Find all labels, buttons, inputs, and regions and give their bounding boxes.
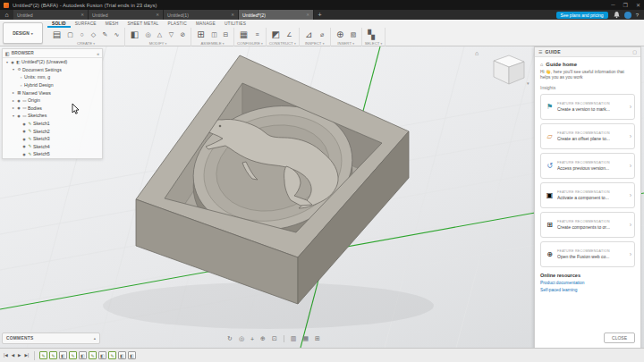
insert-tool-icon[interactable]: ⊕ (334, 29, 347, 41)
timeline-feature-sketch-icon[interactable]: ✎ (49, 351, 57, 359)
dock-panel-icon[interactable]: ▢ (632, 49, 637, 55)
viewcube-menu-icon[interactable]: ▾ (527, 80, 530, 86)
modify-tool-icon[interactable]: ⊘ (178, 29, 188, 39)
sketch-tool-icon[interactable]: ✎ (100, 29, 110, 39)
modify-tool-icon[interactable]: ◎ (143, 29, 153, 39)
fit-icon[interactable]: ⊡ (272, 335, 277, 342)
browser-row-bodies[interactable]: ▸ ◉ ▭ Bodies (3, 105, 102, 113)
construct-tool-icon[interactable]: ∠ (284, 29, 294, 39)
help-button[interactable]: ? (636, 13, 639, 18)
timeline-play-icon[interactable]: ▶ (17, 353, 21, 358)
viewports-icon[interactable]: ⊞ (315, 335, 320, 342)
browser-row-sketch[interactable]: ◉ ✎ Sketch5 (3, 150, 102, 158)
timeline-feature-sketch-icon[interactable]: ✎ (89, 351, 97, 359)
timeline-feature-extrude-icon[interactable]: ◧ (118, 351, 126, 359)
chevron-right-icon[interactable]: › (630, 222, 631, 228)
tab-sheet-metal[interactable]: SHEET METAL (123, 20, 163, 28)
pan-icon[interactable]: + (250, 336, 254, 342)
modify-tool-icon[interactable]: ◧ (128, 29, 141, 41)
self-paced-learning-link[interactable]: Self-paced learning (540, 288, 635, 292)
tab-utilities[interactable]: UTILITIES (220, 20, 250, 28)
menu-icon[interactable]: ☰ (538, 49, 542, 55)
timeline-feature-extrude-icon[interactable]: ◧ (79, 351, 87, 359)
modify-tool-icon[interactable]: ▽ (166, 29, 176, 39)
document-tab[interactable]: Untitled(1) ✕ (164, 10, 239, 20)
timeline-feature-sketch-icon[interactable]: ✎ (69, 351, 77, 359)
document-tab-active[interactable]: Untitled*(2) ✕ (239, 10, 314, 20)
new-document-button[interactable]: + (314, 12, 326, 18)
create-tool-icon[interactable]: ▢ (65, 29, 75, 39)
insert-tool-icon[interactable]: ▧ (349, 29, 359, 39)
timeline-feature-extrude-icon[interactable]: ◧ (98, 351, 106, 359)
notifications-bell-icon[interactable] (613, 11, 621, 19)
tab-solid[interactable]: SOLID (47, 20, 71, 28)
new-solid-tool-icon[interactable]: ▤ (50, 29, 64, 41)
assemble-tool-icon[interactable]: ◫ (209, 29, 219, 39)
browser-row-sketch[interactable]: ◉ ✎ Sketch4 (3, 143, 102, 151)
expand-up-icon[interactable]: ▴ (94, 336, 96, 341)
maximize-button[interactable]: ❐ (623, 2, 628, 8)
tab-manage[interactable]: MANAGE (191, 20, 220, 28)
caret-down-icon[interactable]: ▾ (165, 42, 167, 46)
recommendation-card[interactable]: ↺ FEATURE RECOMMENDATION Access previous… (540, 153, 635, 179)
zoom-icon[interactable]: ⊕ (260, 335, 266, 342)
timeline-skip-start-icon[interactable]: |◀ (3, 353, 9, 358)
chevron-right-icon[interactable]: › (630, 133, 631, 139)
timeline-feature-sketch-icon[interactable]: ✎ (39, 351, 47, 359)
document-tab[interactable]: Untitled ✕ (13, 10, 89, 20)
inspect-tool-icon[interactable]: ⌀ (318, 29, 327, 39)
timeline-feature-extrude-icon[interactable]: ◧ (128, 351, 136, 359)
comments-bar[interactable]: COMMENTS ▴ (2, 333, 100, 344)
browser-row-sketch[interactable]: ◉ ✎ Sketch1 (3, 120, 102, 128)
tab-mesh[interactable]: MESH (101, 20, 123, 28)
user-avatar[interactable] (624, 12, 631, 19)
tab-close-icon[interactable]: ✕ (153, 13, 159, 17)
configure-tool-icon[interactable]: ≡ (252, 29, 262, 39)
caret-down-icon[interactable]: ▾ (294, 42, 296, 46)
browser-row-origin[interactable]: ▸ ◉ ▭ Origin (3, 97, 102, 105)
tab-close-icon[interactable]: ✕ (78, 13, 84, 17)
timeline-skip-end-icon[interactable]: ▶| (24, 353, 30, 358)
chevron-right-icon[interactable]: › (630, 104, 631, 110)
minimize-button[interactable]: ─ (611, 2, 614, 8)
look-at-icon[interactable]: ◎ (239, 335, 244, 342)
select-tool-icon[interactable]: ▚ (365, 29, 378, 41)
create-tool-icon[interactable]: ○ (77, 29, 87, 39)
caret-down-icon[interactable]: ▾ (261, 42, 263, 46)
construct-tool-icon[interactable]: ◩ (269, 29, 283, 41)
tab-plastic[interactable]: PLASTIC (163, 20, 191, 28)
browser-row-named-views[interactable]: ▸ ▦ Named Views (3, 88, 102, 97)
assemble-tool-icon[interactable]: ⊞ (194, 29, 208, 41)
viewcube[interactable] (485, 48, 533, 93)
chevron-right-icon[interactable]: › (630, 192, 631, 198)
grid-settings-icon[interactable]: ▦ (302, 335, 309, 342)
create-tool-icon[interactable]: ◇ (89, 29, 98, 39)
timeline-feature-extrude-icon[interactable]: ◧ (59, 351, 67, 359)
modify-tool-icon[interactable]: △ (155, 29, 165, 39)
file-home-button[interactable]: ⌂ (0, 10, 13, 20)
browser-root-row[interactable]: ▾ ◉ ◧ Untitled*(2) (Unsaved) (3, 58, 102, 66)
caret-down-icon[interactable]: ▾ (352, 42, 354, 46)
browser-row-sketch[interactable]: ◉ ✎ Sketch3 (3, 135, 102, 143)
tab-close-icon[interactable]: ✕ (228, 13, 234, 17)
timeline-feature-sketch-icon[interactable]: ✎ (108, 351, 116, 359)
caret-down-icon[interactable]: ▾ (323, 42, 325, 46)
recommendation-card[interactable]: ⊕ FEATURE RECOMMENDATION Open the Fusion… (540, 241, 635, 267)
assemble-tool-icon[interactable]: ⊟ (221, 29, 231, 39)
chevron-right-icon[interactable]: › (630, 251, 631, 257)
document-tab[interactable]: Untitled ✕ (89, 10, 164, 20)
recommendation-card[interactable]: ⚑ FEATURE RECOMMENDATION Create a versio… (540, 94, 635, 120)
recommendation-card[interactable]: ⊞ FEATURE RECOMMENDATION Create componen… (540, 212, 635, 238)
browser-row-hybrid-design[interactable]: ▫ Hybrid Design (3, 81, 102, 89)
timeline-step-back-icon[interactable]: ◀ (11, 353, 15, 358)
product-documentation-link[interactable]: Product documentation (540, 281, 635, 285)
viewcube-home-icon[interactable]: ⌂ (475, 50, 479, 56)
browser-row-document-settings[interactable]: ▾ ⚙ Document Settings (3, 66, 102, 74)
browser-row-sketch[interactable]: ◉ ✎ Sketch2 (3, 127, 102, 135)
tab-surface[interactable]: SURFACE (71, 20, 101, 28)
chevron-right-icon[interactable]: › (630, 163, 631, 169)
plans-button[interactable]: See plans and pricing (556, 12, 608, 19)
guide-close-button[interactable]: CLOSE (604, 333, 635, 343)
orbit-icon[interactable]: ↻ (227, 335, 233, 342)
configure-tool-icon[interactable]: ▦ (237, 29, 250, 41)
